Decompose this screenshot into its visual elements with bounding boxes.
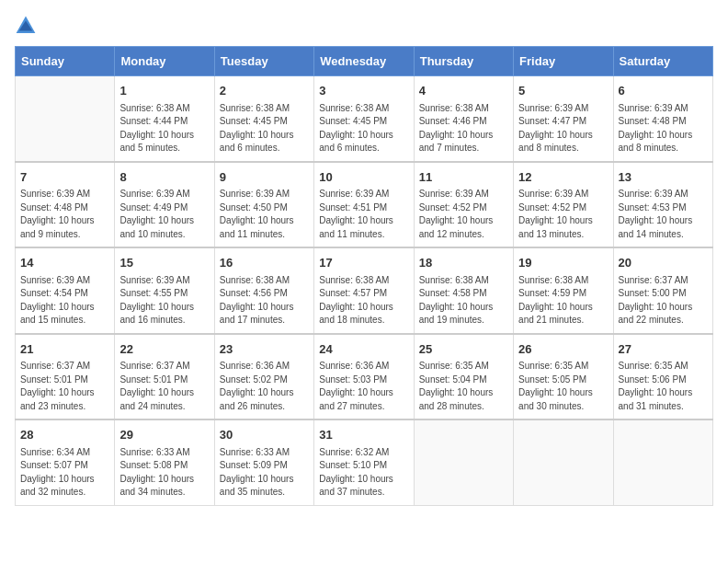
day-number: 26 bbox=[518, 340, 608, 359]
daylight-text: Daylight: 10 hours and 12 minutes. bbox=[419, 214, 508, 241]
day-info: Sunrise: 6:35 AMSunset: 5:06 PMDaylight:… bbox=[619, 360, 708, 413]
day-number: 27 bbox=[619, 340, 708, 359]
sunset-text: Sunset: 4:49 PM bbox=[119, 201, 209, 215]
calendar-cell: 9Sunrise: 6:39 AMSunset: 4:50 PMDaylight… bbox=[214, 162, 313, 248]
sunset-text: Sunset: 4:52 PM bbox=[518, 201, 608, 215]
sunset-text: Sunset: 4:48 PM bbox=[20, 201, 109, 215]
daylight-text: Daylight: 10 hours and 9 minutes. bbox=[20, 214, 109, 241]
col-header-saturday: Saturday bbox=[613, 47, 712, 76]
day-info: Sunrise: 6:38 AMSunset: 4:46 PMDaylight:… bbox=[419, 102, 508, 155]
sunset-text: Sunset: 4:55 PM bbox=[119, 287, 209, 301]
daylight-text: Daylight: 10 hours and 18 minutes. bbox=[319, 301, 408, 327]
day-info: Sunrise: 6:39 AMSunset: 4:50 PMDaylight:… bbox=[220, 188, 309, 241]
day-number: 3 bbox=[319, 82, 408, 100]
sunrise-text: Sunrise: 6:39 AM bbox=[518, 188, 608, 201]
sunset-text: Sunset: 4:47 PM bbox=[518, 115, 608, 129]
daylight-text: Daylight: 10 hours and 22 minutes. bbox=[619, 301, 708, 327]
daylight-text: Daylight: 10 hours and 28 minutes. bbox=[419, 386, 508, 413]
day-info: Sunrise: 6:39 AMSunset: 4:52 PMDaylight:… bbox=[419, 188, 508, 241]
sunset-text: Sunset: 5:09 PM bbox=[220, 459, 309, 473]
daylight-text: Daylight: 10 hours and 27 minutes. bbox=[319, 386, 408, 413]
daylight-text: Daylight: 10 hours and 6 minutes. bbox=[319, 129, 408, 155]
sunrise-text: Sunrise: 6:38 AM bbox=[119, 102, 209, 116]
day-info: Sunrise: 6:38 AMSunset: 4:56 PMDaylight:… bbox=[220, 274, 309, 327]
sunset-text: Sunset: 4:56 PM bbox=[220, 287, 309, 301]
sunset-text: Sunset: 4:51 PM bbox=[319, 201, 408, 215]
sunrise-text: Sunrise: 6:34 AM bbox=[20, 446, 109, 460]
sunrise-text: Sunrise: 6:33 AM bbox=[119, 446, 209, 460]
sunrise-text: Sunrise: 6:38 AM bbox=[220, 102, 309, 116]
daylight-text: Daylight: 10 hours and 7 minutes. bbox=[419, 129, 508, 155]
calendar-cell: 19Sunrise: 6:38 AMSunset: 4:59 PMDayligh… bbox=[514, 247, 613, 334]
day-info: Sunrise: 6:39 AMSunset: 4:47 PMDaylight:… bbox=[518, 102, 608, 155]
calendar-cell: 6Sunrise: 6:39 AMSunset: 4:48 PMDaylight… bbox=[613, 76, 712, 162]
header-row: SundayMondayTuesdayWednesdayThursdayFrid… bbox=[16, 47, 713, 76]
sunrise-text: Sunrise: 6:39 AM bbox=[119, 274, 209, 288]
logo bbox=[15, 15, 40, 37]
calendar-cell: 14Sunrise: 6:39 AMSunset: 4:54 PMDayligh… bbox=[16, 247, 115, 334]
calendar-cell: 13Sunrise: 6:39 AMSunset: 4:53 PMDayligh… bbox=[613, 162, 712, 248]
sunrise-text: Sunrise: 6:35 AM bbox=[518, 360, 608, 373]
day-number: 7 bbox=[20, 168, 109, 187]
day-number: 2 bbox=[220, 82, 309, 100]
day-number: 31 bbox=[319, 426, 408, 444]
calendar-cell: 29Sunrise: 6:33 AMSunset: 5:08 PMDayligh… bbox=[115, 419, 214, 505]
day-info: Sunrise: 6:38 AMSunset: 4:45 PMDaylight:… bbox=[220, 102, 309, 155]
daylight-text: Daylight: 10 hours and 13 minutes. bbox=[518, 214, 608, 241]
sunset-text: Sunset: 5:01 PM bbox=[20, 373, 109, 387]
calendar-body: 1Sunrise: 6:38 AMSunset: 4:44 PMDaylight… bbox=[16, 76, 713, 506]
day-number: 20 bbox=[619, 254, 708, 272]
day-number: 8 bbox=[119, 168, 209, 187]
day-info: Sunrise: 6:36 AMSunset: 5:02 PMDaylight:… bbox=[220, 360, 309, 413]
calendar-cell: 16Sunrise: 6:38 AMSunset: 4:56 PMDayligh… bbox=[214, 247, 313, 334]
sunset-text: Sunset: 4:45 PM bbox=[220, 115, 309, 129]
calendar-header: SundayMondayTuesdayWednesdayThursdayFrid… bbox=[16, 47, 713, 76]
daylight-text: Daylight: 10 hours and 5 minutes. bbox=[119, 129, 209, 155]
sunrise-text: Sunrise: 6:36 AM bbox=[220, 360, 309, 373]
sunset-text: Sunset: 4:45 PM bbox=[319, 115, 408, 129]
calendar-cell: 20Sunrise: 6:37 AMSunset: 5:00 PMDayligh… bbox=[613, 247, 712, 334]
header bbox=[15, 15, 713, 37]
day-info: Sunrise: 6:38 AMSunset: 4:59 PMDaylight:… bbox=[518, 274, 608, 327]
calendar-cell: 12Sunrise: 6:39 AMSunset: 4:52 PMDayligh… bbox=[514, 162, 613, 248]
day-info: Sunrise: 6:39 AMSunset: 4:55 PMDaylight:… bbox=[119, 274, 209, 327]
sunset-text: Sunset: 5:01 PM bbox=[119, 373, 209, 387]
sunrise-text: Sunrise: 6:37 AM bbox=[619, 274, 708, 288]
daylight-text: Daylight: 10 hours and 6 minutes. bbox=[220, 129, 309, 155]
calendar-week-2: 7Sunrise: 6:39 AMSunset: 4:48 PMDaylight… bbox=[16, 162, 713, 248]
col-header-sunday: Sunday bbox=[16, 47, 115, 76]
day-number: 16 bbox=[220, 254, 309, 272]
calendar-cell: 15Sunrise: 6:39 AMSunset: 4:55 PMDayligh… bbox=[115, 247, 214, 334]
daylight-text: Daylight: 10 hours and 34 minutes. bbox=[119, 473, 209, 500]
calendar-cell: 8Sunrise: 6:39 AMSunset: 4:49 PMDaylight… bbox=[115, 162, 214, 248]
daylight-text: Daylight: 10 hours and 15 minutes. bbox=[20, 301, 109, 327]
sunrise-text: Sunrise: 6:39 AM bbox=[20, 274, 109, 288]
day-info: Sunrise: 6:39 AMSunset: 4:53 PMDaylight:… bbox=[619, 188, 708, 241]
day-number: 12 bbox=[518, 168, 608, 187]
day-info: Sunrise: 6:37 AMSunset: 5:01 PMDaylight:… bbox=[119, 360, 209, 413]
sunrise-text: Sunrise: 6:36 AM bbox=[319, 360, 408, 373]
calendar-cell: 23Sunrise: 6:36 AMSunset: 5:02 PMDayligh… bbox=[214, 334, 313, 420]
sunrise-text: Sunrise: 6:38 AM bbox=[319, 102, 408, 116]
calendar-cell: 27Sunrise: 6:35 AMSunset: 5:06 PMDayligh… bbox=[613, 334, 712, 420]
calendar-table: SundayMondayTuesdayWednesdayThursdayFrid… bbox=[15, 46, 713, 506]
day-info: Sunrise: 6:39 AMSunset: 4:48 PMDaylight:… bbox=[20, 188, 109, 241]
calendar-cell: 17Sunrise: 6:38 AMSunset: 4:57 PMDayligh… bbox=[314, 247, 414, 334]
sunset-text: Sunset: 5:00 PM bbox=[619, 287, 708, 301]
sunrise-text: Sunrise: 6:39 AM bbox=[619, 102, 708, 116]
day-number: 19 bbox=[518, 254, 608, 272]
day-number: 24 bbox=[319, 340, 408, 359]
sunset-text: Sunset: 4:59 PM bbox=[518, 287, 608, 301]
daylight-text: Daylight: 10 hours and 19 minutes. bbox=[419, 301, 508, 327]
day-info: Sunrise: 6:39 AMSunset: 4:49 PMDaylight:… bbox=[119, 188, 209, 241]
col-header-wednesday: Wednesday bbox=[314, 47, 414, 76]
day-info: Sunrise: 6:39 AMSunset: 4:48 PMDaylight:… bbox=[619, 102, 708, 155]
col-header-thursday: Thursday bbox=[414, 47, 513, 76]
daylight-text: Daylight: 10 hours and 11 minutes. bbox=[220, 214, 309, 241]
sunset-text: Sunset: 4:44 PM bbox=[119, 115, 209, 129]
day-info: Sunrise: 6:38 AMSunset: 4:45 PMDaylight:… bbox=[319, 102, 408, 155]
calendar-cell bbox=[613, 419, 712, 505]
day-info: Sunrise: 6:38 AMSunset: 4:57 PMDaylight:… bbox=[319, 274, 408, 327]
calendar-cell bbox=[16, 76, 115, 162]
day-number: 13 bbox=[619, 168, 708, 187]
